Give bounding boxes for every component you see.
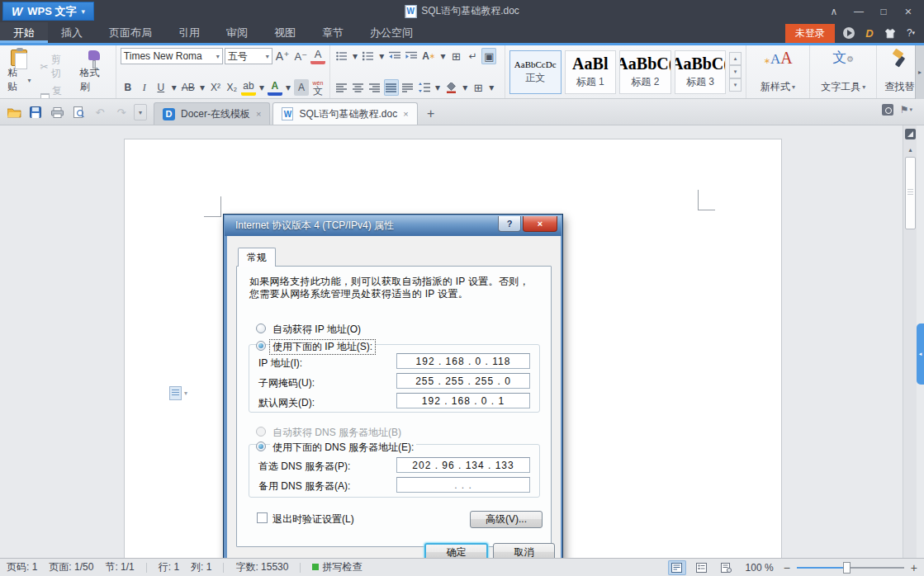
minimize-button[interactable]: — bbox=[846, 0, 871, 22]
new-style-button[interactable]: ∗AA 新样式▾ bbox=[757, 48, 798, 96]
status-column[interactable]: 列: 1 bbox=[191, 560, 211, 574]
validate-checkbox[interactable] bbox=[257, 512, 268, 523]
phonetic-guide-button[interactable]: wén文 bbox=[310, 79, 325, 96]
paste-button[interactable]: 粘贴▾ bbox=[4, 48, 35, 96]
tab-office-space[interactable]: 办公空间 bbox=[357, 22, 426, 43]
strikethrough-caret[interactable]: ▾ bbox=[198, 79, 206, 96]
numbered-list-caret[interactable]: ▾ bbox=[377, 48, 386, 64]
enclose-char-button[interactable]: ▣ bbox=[481, 48, 496, 64]
numbered-list-button[interactable] bbox=[361, 48, 376, 64]
new-tab-button[interactable]: + bbox=[420, 103, 442, 125]
scroll-up-arrow[interactable]: ▴ bbox=[903, 144, 917, 155]
copy-button[interactable]: 复制 bbox=[38, 83, 73, 99]
status-spell-check[interactable]: 拼写检查 bbox=[312, 560, 362, 574]
login-button[interactable]: 未登录 bbox=[785, 24, 835, 43]
maximize-button[interactable]: □ bbox=[871, 0, 896, 22]
font-color-button[interactable]: A bbox=[268, 79, 282, 96]
bold-button[interactable]: B bbox=[121, 79, 135, 96]
history-icon[interactable] bbox=[882, 104, 893, 116]
increase-indent-button[interactable] bbox=[404, 48, 419, 64]
qat-customize-caret[interactable]: ▾ bbox=[134, 104, 147, 120]
ribbon-expand-strip[interactable]: ▸ bbox=[915, 45, 924, 99]
redo-button[interactable]: ↷ bbox=[112, 103, 130, 121]
font-size-select[interactable]: 五号▾ bbox=[225, 48, 272, 64]
radio-auto-ip[interactable] bbox=[256, 323, 266, 333]
wps-cloud-icon[interactable] bbox=[842, 26, 855, 40]
outline-view-button[interactable] bbox=[693, 560, 711, 575]
paragraph-mark-button[interactable]: ↵ bbox=[465, 48, 480, 64]
underline-caret[interactable]: ▾ bbox=[170, 79, 178, 96]
web-layout-view-button[interactable] bbox=[718, 560, 736, 575]
font-color-caret[interactable]: ▾ bbox=[284, 79, 292, 96]
open-file-button[interactable] bbox=[5, 103, 23, 121]
bullet-list-caret[interactable]: ▾ bbox=[351, 48, 359, 64]
doc-tab-sql[interactable]: W SQL语句基础教程.doc × bbox=[272, 102, 417, 125]
decrease-indent-button[interactable] bbox=[387, 48, 402, 64]
style-heading1[interactable]: AaBl 标题 1 bbox=[565, 50, 617, 94]
status-section[interactable]: 节: 1/1 bbox=[105, 560, 134, 574]
help-icon[interactable]: ?▾ bbox=[904, 26, 917, 40]
align-right-button[interactable] bbox=[367, 79, 382, 96]
tab-view[interactable]: 视图 bbox=[261, 22, 309, 43]
gateway-field[interactable]: 192 . 168 . 0 . 1 bbox=[396, 393, 530, 408]
borders-caret[interactable]: ▾ bbox=[487, 79, 495, 96]
tab-page-layout[interactable]: 页面布局 bbox=[96, 22, 165, 43]
distributed-chars-button[interactable]: ⊞ bbox=[448, 48, 463, 64]
save-button[interactable] bbox=[26, 103, 45, 121]
preferred-dns-field[interactable]: 202 . 96 . 134 . 133 bbox=[396, 457, 530, 473]
clear-format-button[interactable]: A bbox=[310, 48, 325, 64]
shading-button[interactable] bbox=[443, 79, 459, 96]
zoom-in-button[interactable]: + bbox=[911, 561, 917, 574]
underline-button[interactable]: U bbox=[154, 79, 168, 96]
zoom-percent[interactable]: 100 % bbox=[746, 562, 774, 574]
vertical-scrollbar[interactable]: ▴ bbox=[903, 125, 917, 558]
skin-icon[interactable] bbox=[884, 26, 897, 40]
radio-auto-dns-label[interactable]: 自动获得 DNS 服务器地址(B) bbox=[270, 426, 404, 440]
collapse-ribbon-button[interactable]: ∧ bbox=[822, 0, 846, 22]
tab-general[interactable]: 常规 bbox=[238, 248, 276, 267]
italic-button[interactable]: I bbox=[137, 79, 152, 96]
margin-widget[interactable]: ▾ bbox=[169, 386, 187, 400]
style-gallery-more[interactable]: ▾ bbox=[729, 78, 742, 92]
status-page-number[interactable]: 页码: 1 bbox=[7, 560, 37, 574]
font-family-select[interactable]: Times New Roma▾ bbox=[121, 48, 223, 64]
radio-use-dns[interactable] bbox=[256, 441, 266, 451]
tab-review[interactable]: 审阅 bbox=[213, 22, 261, 43]
cancel-button[interactable]: 取消 bbox=[493, 543, 555, 558]
text-effects-button[interactable]: A∗ bbox=[420, 48, 437, 64]
tab-references[interactable]: 引用 bbox=[165, 22, 213, 43]
scrollbar-thumb[interactable] bbox=[905, 157, 916, 229]
format-painter-button[interactable]: 格式刷 bbox=[77, 48, 111, 96]
wps-app-menu-button[interactable]: W WPS 文字 ▾ bbox=[2, 2, 94, 21]
status-page-count[interactable]: 页面: 1/50 bbox=[49, 560, 93, 574]
shrink-font-button[interactable]: A⁻ bbox=[293, 48, 310, 64]
grow-font-button[interactable]: A⁺ bbox=[274, 48, 291, 64]
subscript-button[interactable]: X₂ bbox=[225, 79, 239, 96]
radio-use-ip-label[interactable]: 使用下面的 IP 地址(S): bbox=[270, 340, 375, 354]
undo-button[interactable]: ↶ bbox=[91, 103, 109, 121]
print-button[interactable] bbox=[48, 103, 66, 121]
tab-section[interactable]: 章节 bbox=[309, 22, 357, 43]
status-word-count[interactable]: 字数: 15530 bbox=[235, 560, 288, 574]
radio-use-ip[interactable] bbox=[256, 341, 266, 351]
task-pane-handle[interactable]: ◂ bbox=[917, 323, 924, 385]
subnet-mask-field[interactable]: 255 . 255 . 255 . 0 bbox=[396, 373, 530, 389]
line-spacing-caret[interactable]: ▾ bbox=[434, 79, 442, 96]
advanced-button[interactable]: 高级(V)... bbox=[470, 511, 543, 528]
status-line[interactable]: 行: 1 bbox=[159, 560, 179, 574]
find-replace-button[interactable]: 查找替 bbox=[881, 48, 917, 96]
shading-caret[interactable]: ▾ bbox=[461, 79, 469, 96]
page-view-button[interactable] bbox=[668, 560, 686, 575]
distribute-button[interactable] bbox=[400, 79, 415, 96]
print-preview-button[interactable] bbox=[69, 103, 88, 121]
sync-flag-icon[interactable]: ⚑▾ bbox=[900, 104, 912, 116]
borders-button[interactable]: ⊞ bbox=[471, 79, 486, 96]
close-tab-icon[interactable]: × bbox=[403, 109, 408, 119]
radio-use-dns-label[interactable]: 使用下面的 DNS 服务器地址(E): bbox=[270, 441, 416, 455]
highlight-caret[interactable]: ▾ bbox=[258, 79, 266, 96]
zoom-out-button[interactable]: − bbox=[784, 561, 790, 574]
dialog-close-button[interactable]: × bbox=[523, 216, 557, 232]
justify-button[interactable] bbox=[384, 79, 399, 96]
line-spacing-button[interactable] bbox=[417, 79, 432, 96]
ip-address-field[interactable]: 192 . 168 . 0 . 118 bbox=[396, 353, 530, 369]
